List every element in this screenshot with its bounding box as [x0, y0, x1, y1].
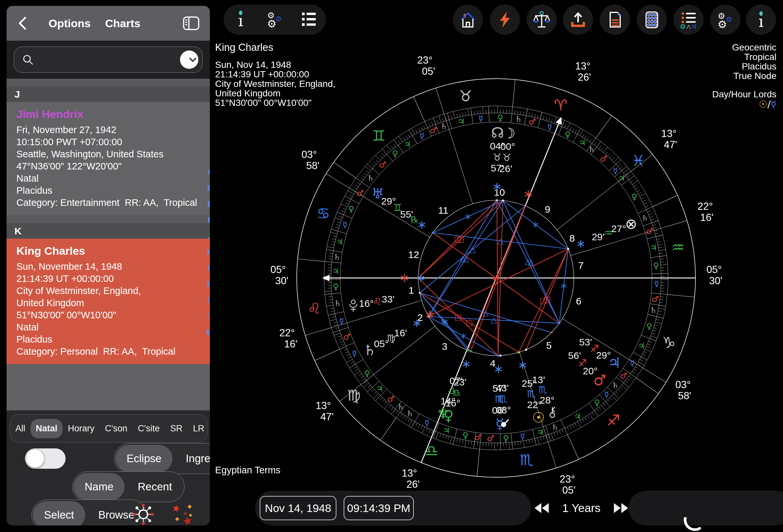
chart-list-item[interactable]: Jimi HendrixFri, November 27, 194210:15:…	[6, 102, 210, 215]
term-glyph-venus: ♀	[462, 431, 468, 440]
term-glyph-venus: ♀	[333, 282, 339, 291]
sign-glyph-2: ♊	[372, 127, 385, 144]
term-glyph-mercury: ☿	[654, 279, 659, 289]
term-glyph-saturn: ♄	[334, 299, 341, 308]
filter-tabs[interactable]: AllNatalHoraryC'sonC'siteSRLREv	[10, 414, 207, 442]
sign-glyph-9: ♑	[662, 334, 676, 352]
index-letter-B[interactable]: B	[205, 183, 210, 199]
house-number-7: 7	[578, 260, 584, 271]
cusp-label-1: 05°30'	[271, 264, 288, 287]
step-amount-label[interactable]: 1 Years	[562, 501, 601, 514]
chart-list-item[interactable]: King CharlesSun, November 14, 194821:14:…	[6, 239, 210, 364]
planet-glyph-sun: ☉	[532, 409, 544, 426]
chart-detail-line: City of Westminster, England,	[17, 285, 201, 297]
segment-option-name[interactable]: Name	[73, 473, 125, 501]
segment-option-select[interactable]: Select	[33, 501, 85, 526]
index-letter-K[interactable]: K	[205, 247, 210, 264]
search-options-button[interactable]	[180, 51, 198, 69]
house-number-11: 11	[438, 205, 448, 216]
cusp-label-6: 03°58'	[676, 379, 691, 402]
term-glyph-saturn: ♄	[406, 409, 413, 418]
cusp-label-7: 05°30'	[706, 264, 722, 287]
sign-glyph-5: ♍	[347, 387, 361, 404]
filter-tab-sr[interactable]: SR	[165, 419, 188, 438]
chevron-down-icon	[187, 54, 198, 65]
chart-detail-line: 51°N30'00" 00°W10'00"	[17, 309, 201, 321]
time-button[interactable]: 09:14:39 PM	[344, 496, 414, 520]
cusp-label-5: 23°05'	[560, 473, 575, 496]
search-input[interactable]	[14, 46, 202, 73]
cusp-label-2: 22°16'	[279, 327, 297, 350]
chart-sphere-button[interactable]	[132, 503, 155, 526]
term-glyph-saturn: ♄	[440, 122, 447, 131]
cusp-label-11: 23°05'	[417, 55, 435, 77]
secondary-bottom-bar[interactable]	[629, 491, 783, 526]
svg-text:07': 07'	[449, 375, 462, 386]
cusp-label-9: 13°47'	[661, 128, 677, 151]
svg-text:♒: ♒	[604, 227, 613, 239]
index-letter-F[interactable]: F	[205, 215, 210, 231]
filter-tab-cson[interactable]: C'son	[100, 419, 132, 438]
sign-glyph-0: ♈	[554, 96, 567, 114]
step-back-button[interactable]	[534, 502, 550, 514]
chart-name: King Charles	[17, 244, 201, 257]
segment-option-recent[interactable]: Recent	[127, 473, 183, 501]
index-letter-W[interactable]: W	[205, 328, 210, 344]
index-letter-E[interactable]: E	[205, 199, 210, 215]
svg-text:△: △	[460, 254, 466, 263]
term-glyph-mercury: ☿	[547, 122, 552, 132]
index-letter-T[interactable]: T	[205, 312, 210, 328]
svg-text:♌: ♌	[373, 296, 382, 307]
svg-text:43': 43'	[496, 383, 508, 393]
chart-detail-line: Category: Entertainment RR: AA, Tropical	[17, 197, 201, 209]
index-letter-L[interactable]: L	[205, 264, 210, 279]
filter-tab-horary[interactable]: Horary	[63, 419, 100, 438]
sign-glyph-4: ♌	[308, 300, 321, 317]
segment-option-eclipse[interactable]: Eclipse	[116, 445, 173, 472]
house-number-12: 12	[408, 249, 419, 260]
list-toggle-switch[interactable]	[25, 448, 66, 469]
svg-text:△: △	[470, 245, 476, 254]
svg-text:△: △	[491, 315, 497, 325]
chart-detail-line: Placidus	[17, 185, 201, 197]
term-glyph-mercury: ☿	[630, 358, 634, 368]
index-letter-J[interactable]: J	[205, 231, 210, 247]
select-browse-segment[interactable]: SelectBrowse	[31, 500, 147, 526]
term-glyph-jupiter: ♃	[458, 117, 465, 126]
sidebar-toggle-button[interactable]	[182, 16, 200, 31]
filter-tab-all[interactable]: All	[10, 419, 31, 438]
sparkles-button[interactable]: ✕	[170, 503, 193, 526]
eclipse-ingress-segment[interactable]: EclipseIngress	[114, 443, 210, 474]
term-glyph-mars: ♂	[652, 294, 659, 304]
back-button[interactable]	[16, 16, 30, 31]
filter-tab-lr[interactable]: LR	[188, 419, 210, 438]
house-number-9: 9	[545, 204, 551, 215]
sign-glyph-7: ♏	[520, 451, 533, 469]
retrograde-mark: ℞	[410, 215, 418, 225]
svg-text:♎: ♎	[447, 385, 457, 397]
name-recent-segment[interactable]: NameRecent	[72, 471, 185, 502]
section-header-J: J	[6, 87, 210, 102]
term-glyph-mercury: ☿	[425, 418, 430, 428]
tab-options[interactable]: Options	[49, 17, 91, 30]
filter-tab-natal[interactable]: Natal	[31, 419, 63, 438]
index-letter-R[interactable]: R	[205, 279, 210, 296]
tab-charts[interactable]: Charts	[105, 17, 140, 30]
index-letter-A[interactable]: A	[205, 167, 210, 183]
date-button[interactable]: Nov 14, 1948	[260, 496, 337, 520]
svg-text:□: □	[454, 234, 461, 243]
filter-tab-csite[interactable]: C'site	[132, 419, 165, 438]
cusp-label-12: 03°58'	[301, 149, 319, 171]
index-letter-S[interactable]: S	[205, 296, 210, 312]
term-glyph-jupiter: ♃	[404, 140, 411, 149]
svg-text:♏: ♏	[498, 393, 507, 404]
svg-text:14°: 14°	[440, 396, 455, 406]
segment-option-ingress[interactable]: Ingress	[175, 445, 210, 472]
alphabet-index[interactable]: ABEFJKLRSTW	[205, 167, 210, 344]
cusp-label-3: 13°47'	[316, 400, 334, 423]
term-glyph-mercury: ☿	[604, 390, 609, 399]
chart-detail-line: Natal	[17, 321, 201, 333]
sign-glyph-3: ♋	[317, 204, 330, 222]
term-glyph-venus: ♀	[646, 322, 652, 331]
step-forward-button[interactable]	[613, 502, 629, 514]
